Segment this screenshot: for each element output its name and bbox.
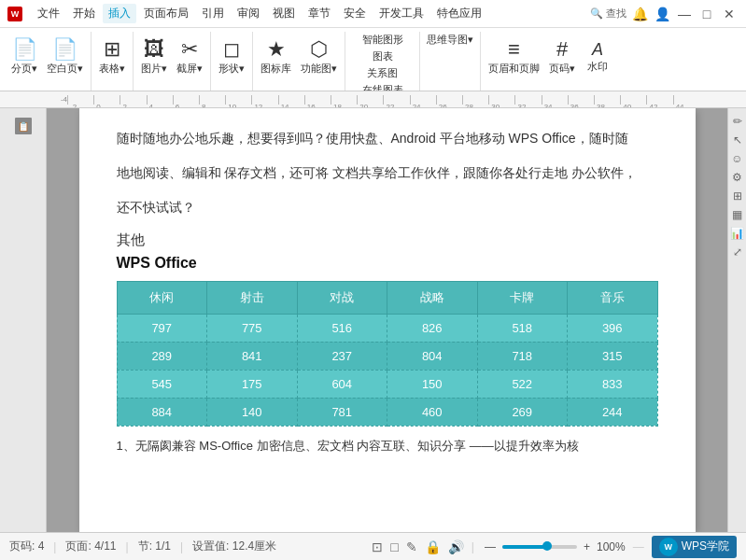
zoom-minus-btn[interactable]: — [482, 540, 499, 553]
ribbon-btn-onlinechart[interactable]: 在线图表 [359, 82, 406, 91]
minimize-btn[interactable]: 🔔 [630, 5, 649, 23]
user-icon[interactable]: 👤 [653, 5, 671, 23]
table-cell-r3-c2: 781 [297, 398, 387, 426]
menu-devtools[interactable]: 开发工具 [373, 4, 429, 23]
table-cell-r1-c4: 718 [477, 342, 568, 370]
table-header-col4: 战略 [387, 281, 478, 314]
doc-table: 休闲 射击 对战 战略 卡牌 音乐 7977755168265183962898… [117, 281, 658, 427]
menu-insert[interactable]: 插入 [103, 4, 136, 23]
zoom-plus-btn[interactable]: + [581, 540, 593, 553]
sidebar-icon-6[interactable]: ▦ [730, 207, 745, 222]
doc-page: 随时随地办公地乐趣，想要得到吗？使用快盘、Android 平台地移动 WPS O… [79, 108, 696, 532]
menu-security[interactable]: 安全 [338, 4, 372, 23]
table-cell-r1-c3: 804 [387, 342, 478, 370]
ribbon-btn-smartshape[interactable]: 智能图形 [359, 32, 406, 48]
ribbon-group-header: ≡ 页眉和页脚 # 页码▾ A 水印 [481, 32, 618, 91]
ribbon-btn-blankpage[interactable]: 📄 空白页▾ [43, 32, 87, 82]
table-cell-r2-c0: 545 [117, 370, 207, 398]
table-cell-r1-c0: 289 [117, 342, 207, 370]
zoom-slider[interactable] [502, 545, 577, 549]
table-row: 289841237804718315 [117, 342, 657, 370]
menu-view[interactable]: 视图 [267, 4, 301, 23]
sidebar-icon-3[interactable]: ☺ [730, 151, 745, 166]
table-cell-r3-c1: 140 [207, 398, 298, 426]
sidebar-icon-4[interactable]: ⚙ [730, 170, 745, 185]
status-icon-5[interactable]: 🔊 [448, 539, 464, 554]
table-cell-r1-c2: 237 [297, 342, 387, 370]
ribbon-btn-mindmap[interactable]: 思维导图▾ [424, 32, 476, 48]
doc-paragraph1: 随时随地办公地乐趣，想要得到吗？使用快盘、Android 平台地移动 WPS O… [117, 127, 658, 150]
zoom-controls: — + 100% [482, 540, 626, 553]
menu-home[interactable]: 开始 [67, 4, 101, 23]
window-close[interactable]: ✕ [720, 5, 739, 23]
pagenum-label: 页码▾ [549, 62, 575, 76]
doc-section-subtitle: WPS Office [117, 255, 658, 272]
doc-paragraph3: 还不快试试？ [117, 196, 658, 219]
table-cell-r2-c4: 522 [477, 370, 568, 398]
iconlib-icon: ★ [267, 39, 286, 60]
wps-badge[interactable]: W WPS学院 [652, 536, 737, 558]
window-minimize[interactable]: — [675, 5, 694, 23]
status-page: 页码: 4 [9, 539, 44, 554]
ribbon-btn-relation[interactable]: 关系图 [359, 65, 406, 81]
ribbon-group-smart: 智能图形 图表 关系图 在线图表 流程图▾ [345, 32, 420, 91]
status-bar-right: ⊡ □ ✎ 🔒 🔊 | — + 100% — W WPS学院 [372, 536, 737, 558]
status-icon-3[interactable]: ✎ [406, 539, 417, 554]
ribbon-btn-image[interactable]: 🖼 图片▾ [137, 32, 171, 82]
table-row: 545175604150522833 [117, 370, 657, 398]
shape-icon: ◻ [223, 39, 240, 60]
table-cell-r0-c0: 797 [117, 314, 207, 342]
ribbon: 📄 分页▾ 📄 空白页▾ ⊞ 表格▾ 🖼 图片▾ ✂ 截屏 [0, 28, 746, 91]
ribbon-btn-watermark[interactable]: A 水印 [581, 32, 614, 82]
sidebar-icon-7[interactable]: 📊 [730, 226, 745, 241]
menu-pagelayout[interactable]: 页面布局 [138, 4, 194, 23]
title-bar: W 文件 开始 插入 页面布局 引用 审阅 视图 章节 安全 开发工具 特色应用… [0, 0, 746, 28]
table-cell-r0-c2: 516 [297, 314, 387, 342]
table-cell-r3-c4: 269 [477, 398, 568, 426]
table-header-col6: 音乐 [568, 281, 658, 314]
doc-footer-text: 1、无隔阂兼容 MS-Office 加密信息、宏文档 内容互联、知识分享 ——以… [117, 438, 658, 455]
menu-file[interactable]: 文件 [32, 4, 65, 23]
status-icon-2[interactable]: □ [390, 539, 398, 554]
ribbon-btn-pagenum[interactable]: # 页码▾ [545, 32, 579, 82]
status-bar: 页码: 4 | 页面: 4/11 | 节: 1/1 | 设置值: 12.4厘米 … [0, 532, 746, 560]
ribbon-col-smart: 智能图形 图表 关系图 在线图表 流程图▾ [359, 32, 406, 82]
sidebar-icon-2[interactable]: ↖ [730, 133, 745, 147]
status-icon-4[interactable]: 🔒 [425, 539, 441, 554]
ribbon-btn-screenshot[interactable]: ✂ 截屏▾ [173, 32, 206, 82]
table-cell-r3-c3: 460 [387, 398, 478, 426]
ribbon-btn-table[interactable]: ⊞ 表格▾ [95, 32, 129, 82]
ribbon-btn-headerfooter[interactable]: ≡ 页眉和页脚 [485, 32, 543, 82]
sidebar-icon-8[interactable]: ⤢ [730, 245, 745, 259]
ribbon-group-table-items: ⊞ 表格▾ [95, 32, 129, 91]
title-bar-right: 🔍 查找 🔔 👤 — □ ✕ [590, 5, 739, 23]
ribbon-btn-newpage[interactable]: 📄 分页▾ [7, 32, 41, 82]
menu-review[interactable]: 审阅 [232, 4, 265, 23]
status-settings: 设置值: 12.4厘米 [192, 539, 276, 554]
headerfooter-label: 页眉和页脚 [488, 62, 540, 76]
funcdiag-label: 功能图▾ [301, 62, 337, 76]
sidebar-icon-1[interactable]: ✏ [730, 114, 745, 129]
shape-label: 形状▾ [218, 62, 245, 76]
table-icon: ⊞ [104, 39, 120, 60]
status-icon-1[interactable]: ⊡ [372, 539, 383, 554]
table-cell-r2-c3: 150 [387, 370, 478, 398]
newpage-icon: 📄 [12, 39, 37, 60]
ribbon-btn-chart[interactable]: 图表 [359, 49, 406, 64]
left-margin-doc-icon[interactable]: 📋 [15, 118, 32, 134]
table-cell-r3-c0: 884 [117, 398, 207, 426]
table-label: 表格▾ [99, 62, 125, 76]
window-maximize[interactable]: □ [697, 5, 716, 23]
sidebar-icon-5[interactable]: ⊞ [730, 189, 745, 203]
menu-special[interactable]: 特色应用 [431, 4, 487, 23]
zoom-slider-thumb [542, 541, 552, 551]
menu-reference[interactable]: 引用 [196, 4, 230, 23]
ribbon-btn-funcdiag[interactable]: ⬡ 功能图▾ [297, 32, 341, 82]
ribbon-btn-iconlib[interactable]: ★ 图标库 [257, 32, 295, 82]
table-row: 797775516826518396 [117, 314, 657, 342]
right-sidebar: ✏ ↖ ☺ ⚙ ⊞ ▦ 📊 ⤢ [727, 108, 746, 532]
ribbon-btn-shape[interactable]: ◻ 形状▾ [215, 32, 248, 82]
menu-section[interactable]: 章节 [303, 4, 336, 23]
doc-paragraph2: 地地阅读、编辑和 保存文档，还可将 文档共享给工作伙伴，跟随你各处行走地 办公软… [117, 161, 658, 185]
headerfooter-icon: ≡ [508, 39, 520, 60]
